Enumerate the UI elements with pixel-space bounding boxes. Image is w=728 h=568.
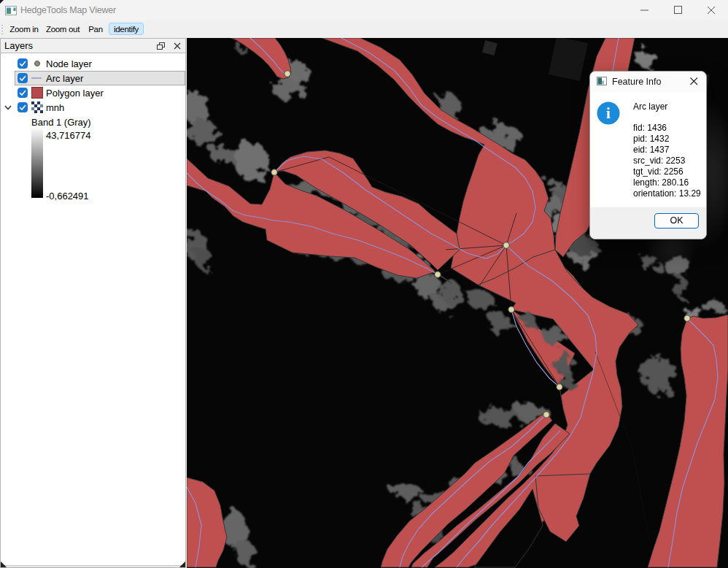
svg-text:i: i: [606, 104, 611, 122]
